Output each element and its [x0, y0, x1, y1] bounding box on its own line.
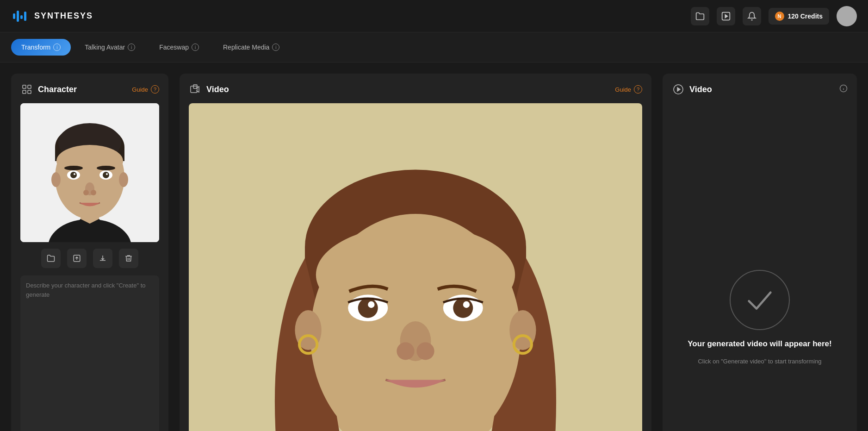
svg-point-23	[103, 172, 109, 178]
svg-rect-8	[23, 90, 26, 94]
character-icon	[20, 83, 33, 96]
svg-point-49	[463, 301, 470, 308]
svg-marker-60	[677, 87, 680, 91]
svg-rect-33	[191, 86, 197, 93]
notifications-button[interactable]	[743, 7, 761, 25]
video-guide-icon: ?	[634, 85, 642, 94]
character-description-text: Describe your character and click "Creat…	[26, 282, 146, 298]
svg-point-28	[91, 190, 96, 195]
tab-transform-info[interactable]: i	[53, 44, 61, 51]
header: SYNTHESYS N 120 Credits	[0, 0, 868, 32]
output-placeholder-title: Your generated video will appear here!	[688, 339, 831, 349]
svg-point-29	[51, 172, 61, 187]
character-guide-link[interactable]: Guide ?	[132, 85, 159, 94]
checkmark-circle	[730, 270, 790, 330]
output-title-group: Video	[672, 83, 712, 96]
svg-point-51	[397, 342, 414, 360]
svg-rect-6	[23, 85, 26, 88]
tab-faceswap-info[interactable]: i	[192, 44, 199, 51]
character-library-button[interactable]	[41, 249, 61, 268]
folder-button[interactable]	[691, 7, 709, 25]
svg-point-22	[70, 172, 77, 178]
character-title-group: Character	[20, 83, 77, 96]
video-button[interactable]	[717, 7, 735, 25]
svg-point-46	[358, 298, 378, 318]
svg-point-48	[368, 301, 374, 308]
character-panel-title: Character	[38, 85, 77, 94]
character-guide-icon: ?	[151, 85, 159, 94]
header-actions: N 120 Credits	[691, 6, 857, 26]
tab-talking-avatar-label: Talking Avatar	[85, 44, 125, 51]
output-placeholder-subtitle: Click on "Generate video" to start trans…	[698, 358, 821, 365]
svg-rect-1	[17, 11, 19, 22]
logo: SYNTHESYS	[11, 7, 93, 25]
video-input-panel-title: Video	[206, 85, 229, 94]
credits-label: 120 Credits	[788, 12, 823, 20]
svg-point-27	[83, 190, 89, 195]
video-input-panel-header: Video Guide ?	[189, 83, 642, 96]
output-video-icon	[672, 83, 685, 96]
character-upload-button[interactable]	[67, 249, 87, 268]
svg-rect-0	[13, 13, 15, 19]
tab-faceswap[interactable]: Faceswap i	[149, 39, 209, 56]
video-guide-link[interactable]: Guide ?	[615, 85, 642, 94]
character-panel: Character Guide ?	[11, 74, 168, 431]
tab-transform[interactable]: Transform i	[11, 39, 71, 56]
tab-talking-avatar-info[interactable]: i	[128, 44, 135, 51]
tab-faceswap-label: Faceswap	[159, 44, 189, 51]
svg-point-52	[416, 342, 434, 360]
svg-point-24	[74, 173, 75, 175]
video-input-title-group: Video	[189, 83, 229, 96]
svg-rect-9	[28, 90, 31, 94]
character-description[interactable]: Describe your character and click "Creat…	[20, 275, 159, 431]
output-placeholder: Your generated video will appear here! C…	[672, 103, 848, 431]
character-download-button[interactable]	[93, 249, 112, 268]
svg-marker-5	[725, 14, 727, 18]
tab-replicate-media-info[interactable]: i	[272, 44, 279, 51]
svg-rect-7	[28, 85, 31, 88]
output-info-icon[interactable]	[839, 84, 848, 94]
output-panel-title: Video	[689, 85, 712, 94]
main-content: Character Guide ?	[0, 62, 868, 431]
app-name: SYNTHESYS	[34, 11, 93, 21]
credits-button[interactable]: N 120 Credits	[769, 8, 829, 25]
svg-rect-3	[24, 12, 26, 21]
svg-point-18	[64, 166, 83, 170]
tab-replicate-media-label: Replicate Media	[223, 44, 269, 51]
video-input-panel: Video Guide ?	[180, 74, 651, 431]
user-avatar[interactable]	[837, 6, 857, 26]
svg-rect-2	[20, 15, 23, 19]
svg-point-25	[106, 173, 108, 175]
tab-bar: Transform i Talking Avatar i Faceswap i …	[0, 32, 868, 62]
tab-transform-label: Transform	[21, 44, 50, 51]
svg-point-43	[316, 225, 515, 325]
svg-point-30	[119, 172, 128, 187]
output-panel-header: Video	[672, 83, 848, 96]
svg-point-47	[453, 298, 473, 318]
output-panel: Video Your generated video will appear h…	[663, 74, 857, 431]
svg-point-17	[56, 145, 123, 177]
character-image-container	[20, 103, 159, 242]
character-actions	[20, 249, 159, 268]
credits-icon: N	[775, 12, 784, 21]
video-container: ▶	[189, 103, 642, 431]
tab-talking-avatar[interactable]: Talking Avatar i	[74, 39, 145, 56]
svg-point-19	[97, 166, 115, 170]
tab-replicate-media[interactable]: Replicate Media i	[213, 39, 290, 56]
character-delete-button[interactable]	[119, 249, 138, 268]
character-panel-header: Character Guide ?	[20, 83, 159, 96]
video-guide-label: Guide	[615, 86, 631, 93]
character-guide-label: Guide	[132, 86, 148, 93]
video-input-icon	[189, 83, 202, 96]
